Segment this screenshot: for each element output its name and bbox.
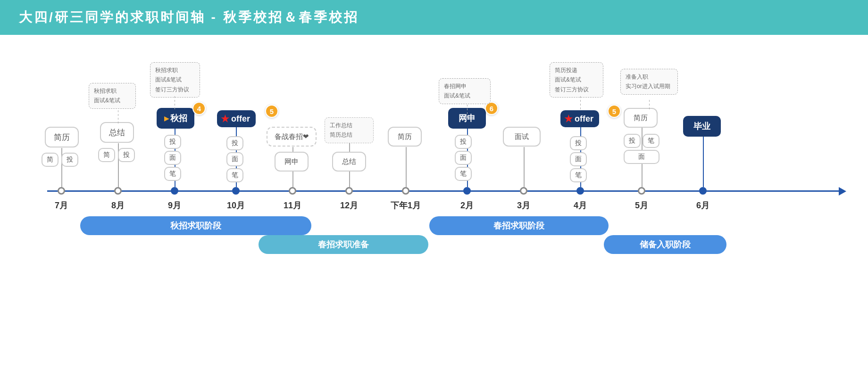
- sub-jian-8: 简: [98, 148, 115, 162]
- dashed-feb: [467, 105, 467, 119]
- month-9: 9月: [168, 200, 181, 211]
- vline-1: [406, 147, 407, 187]
- sub-tou-2: 投: [455, 135, 472, 149]
- sub-mian-10: 面: [226, 152, 243, 166]
- page-title: 大四/研三同学的求职时间轴 - 秋季校招＆春季校招: [19, 10, 359, 25]
- dot-3: [520, 187, 527, 195]
- phase-chunzhao: 春招求职阶段: [429, 216, 609, 235]
- dot-10: [232, 187, 240, 195]
- card-wangshen-11: 网申: [275, 152, 309, 172]
- dashed-aug: [118, 110, 118, 124]
- subcards-8: 简 投: [98, 148, 135, 162]
- dot-6: [699, 187, 707, 195]
- phase-ruzhao: 储备入职阶段: [604, 235, 726, 254]
- subcards-10: 投 面 笔: [226, 136, 243, 182]
- dot-9: [171, 187, 178, 195]
- star-icon-10: ★: [221, 113, 229, 124]
- month-nextyear1: 下年1月: [391, 200, 421, 211]
- dot-2: [463, 187, 471, 195]
- sub-tou-8: 投: [118, 148, 135, 162]
- dot-1: [402, 187, 409, 195]
- dot-11: [289, 187, 296, 195]
- star-icon-4: ★: [564, 113, 573, 124]
- sub-tou-4: 投: [570, 136, 587, 150]
- card-biye: 毕业: [683, 116, 721, 137]
- sub-jian-7: 简: [42, 153, 58, 167]
- badge-4: 4: [192, 102, 206, 115]
- badge-5-oct: 5: [265, 105, 278, 118]
- month-3: 3月: [517, 200, 530, 211]
- month-7: 7月: [55, 200, 68, 211]
- note-jun: 准备入职实习or进入试用期: [620, 69, 678, 95]
- dashed-jun: [649, 100, 650, 110]
- month-4: 4月: [574, 200, 587, 211]
- month-10: 10月: [227, 200, 245, 211]
- card-zongjie-12: 总结: [332, 152, 366, 172]
- note-aug: 秋招求职面试&笔试: [89, 83, 136, 109]
- vline-6: [703, 135, 704, 187]
- vline-3: [524, 147, 525, 187]
- subcards-4: 投 面 笔: [570, 136, 587, 182]
- sub-bi-10: 笔: [226, 168, 243, 182]
- timeline-area: 7月 8月 9月 10月 11月 12月 下年1月 2月 3月 4月 5月 6月…: [19, 44, 849, 270]
- sub-bi-9: 笔: [164, 167, 181, 181]
- phase-qiuzhao: 秋招求职阶段: [80, 216, 311, 235]
- month-8: 8月: [111, 200, 125, 211]
- card-jianli-1: 简历: [388, 127, 422, 147]
- sub-bi-5: 笔: [643, 134, 659, 148]
- month-6: 6月: [696, 200, 709, 211]
- badge-5-apr: 5: [608, 105, 621, 118]
- card-mianshi-3: 面试: [503, 127, 541, 147]
- main-content: 7月 8月 9月 10月 11月 12月 下年1月 2月 3月 4月 5月 6月…: [0, 35, 868, 275]
- sub-tou-9: 投: [164, 135, 181, 149]
- note-apr: 简历投递面试&笔试签订三方协议: [550, 62, 603, 98]
- sub-tou-7: 投: [61, 153, 78, 167]
- card-jianli-5: 简历: [624, 108, 658, 128]
- dot-5: [638, 187, 645, 195]
- sub-mian-9: 面: [164, 151, 181, 165]
- subcards-5-row1: 投 笔: [624, 134, 659, 148]
- dot-8: [114, 187, 122, 195]
- card-jianli-7: 简历: [45, 127, 79, 147]
- dot-12: [345, 187, 353, 195]
- dot-7: [58, 187, 65, 195]
- card-bei-11: 备战春招❤: [267, 127, 317, 147]
- month-12: 12月: [340, 200, 358, 211]
- subcards-9: 投 面 笔: [164, 135, 181, 181]
- note-dec: 工作总结简历总结: [325, 117, 374, 143]
- subcards-2: 投 面 笔: [455, 135, 472, 181]
- month-5: 5月: [635, 200, 648, 211]
- sub-mian-2: 面: [455, 151, 472, 165]
- dashed-sep: [175, 96, 175, 110]
- month-11: 11月: [284, 200, 301, 211]
- note-feb: 春招网申面试&笔试: [439, 78, 491, 104]
- subcards-5: 投 笔 面: [624, 134, 659, 164]
- month-2: 2月: [460, 200, 474, 211]
- offer-badge-4: ★ offer: [560, 110, 599, 127]
- sub-tou-10: 投: [226, 136, 243, 150]
- dashed-apr: [580, 96, 581, 110]
- subcards-7: 简 投: [42, 153, 78, 167]
- dot-4: [576, 187, 584, 195]
- sub-tou-5: 投: [624, 134, 641, 148]
- sub-bi-4: 笔: [570, 168, 587, 182]
- timeline-line: [47, 190, 840, 192]
- card-qiuzhao: ▶ 秋招: [157, 108, 194, 129]
- sub-bi-2: 笔: [455, 167, 472, 181]
- card-zongjie-8: 总结: [100, 122, 134, 143]
- note-sep: 秋招求职面试&笔试签订三方协议: [150, 62, 200, 98]
- page-header: 大四/研三同学的求职时间轴 - 秋季校招＆春季校招: [0, 0, 868, 35]
- offer-badge-10: ★ offer: [217, 110, 256, 127]
- phase-chunzhao-prep: 春招求职准备: [259, 235, 428, 254]
- sub-mian-5: 面: [624, 150, 659, 164]
- sub-mian-4: 面: [570, 152, 587, 166]
